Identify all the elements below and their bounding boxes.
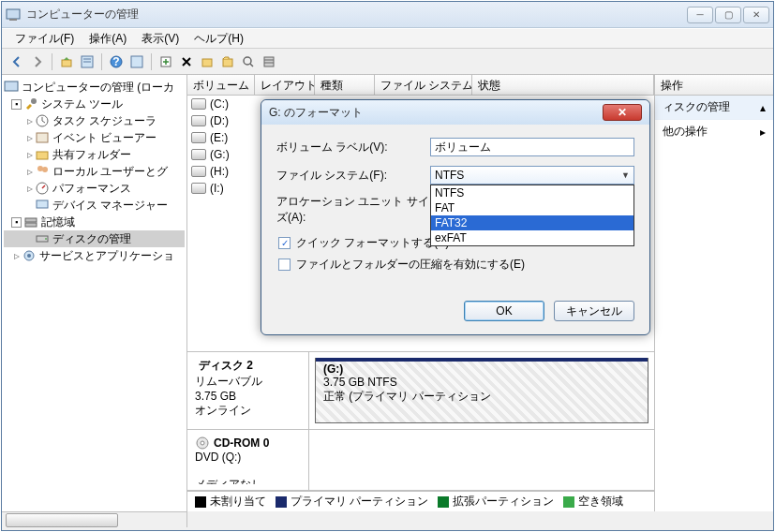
list-icon[interactable]	[260, 52, 278, 71]
drive-icon	[191, 132, 206, 143]
back-icon[interactable]	[7, 52, 26, 71]
part-size: 3.75 GB NTFS	[323, 376, 640, 389]
delete-icon[interactable]	[177, 52, 196, 71]
compress-row[interactable]: ファイルとフォルダーの圧縮を有効にする(E)	[278, 257, 634, 273]
users-icon	[35, 164, 50, 179]
titlebar: コンピューターの管理 ─ ▢ ✕	[2, 2, 773, 28]
col-layout[interactable]: レイアウト	[255, 75, 315, 95]
collapse-icon[interactable]: ▪	[11, 217, 22, 228]
properties-icon[interactable]	[78, 52, 97, 71]
filesystem-combo[interactable]: NTFS ▼	[430, 166, 634, 185]
compress-checkbox[interactable]	[278, 259, 291, 271]
col-filesystem[interactable]: ファイル システム	[375, 75, 472, 95]
tree-performance[interactable]: ▹ パフォーマンス	[4, 180, 185, 197]
fs-option-fat[interactable]: FAT	[431, 200, 633, 215]
tree-label: タスク スケジューラ	[52, 113, 156, 129]
close-button[interactable]: ✕	[743, 7, 769, 23]
collapse-icon[interactable]: ▪	[11, 99, 22, 110]
tree-shared-folders[interactable]: ▹ 共有フォルダー	[4, 146, 185, 163]
actions-more[interactable]: 他の操作 ▸	[655, 120, 773, 143]
legend-unallocated: 未割り当て	[210, 495, 266, 508]
filesystem-value: NTFS	[435, 169, 464, 182]
svg-rect-26	[25, 218, 37, 222]
disk-info[interactable]: ディスク 2 リムーバブル 3.75 GB オンライン	[187, 352, 309, 429]
svg-rect-14	[264, 57, 274, 66]
folder-icon[interactable]	[198, 52, 216, 71]
vol-label: (G:)	[210, 148, 230, 161]
drive-icon	[191, 115, 206, 126]
volume-label-input[interactable]	[430, 138, 634, 156]
compress-label: ファイルとフォルダーの圧縮を有効にする(E)	[296, 257, 525, 273]
dropdown-arrow-icon: ▼	[621, 170, 630, 180]
refresh-icon[interactable]	[127, 52, 146, 71]
legend-ext: 拡張パーティション	[453, 495, 554, 508]
event-icon	[35, 130, 50, 145]
menu-file[interactable]: ファイル(F)	[7, 28, 82, 50]
window-controls: ─ ▢ ✕	[687, 7, 769, 23]
search-icon[interactable]	[239, 52, 258, 71]
tree-device-manager[interactable]: デバイス マネージャー	[4, 197, 185, 214]
filesystem-dropdown: NTFS FAT FAT32 exFAT	[430, 185, 634, 246]
cancel-button[interactable]: キャンセル	[554, 301, 634, 321]
help-icon[interactable]: ?	[107, 52, 126, 71]
drive-icon	[191, 149, 206, 160]
legend: 未割り当て プライマリ パーティション 拡張パーティション 空き領域	[187, 491, 654, 511]
quick-format-label: クイック フォーマットする(P)	[296, 235, 449, 251]
forward-icon[interactable]	[28, 52, 47, 71]
fs-option-fat32[interactable]: FAT32	[431, 215, 633, 230]
dialog-close-button[interactable]: ✕	[603, 104, 642, 121]
clock-icon	[35, 113, 50, 128]
tree-local-users[interactable]: ▹ ローカル ユーザーとグ	[4, 163, 185, 180]
menu-view[interactable]: 表示(V)	[134, 28, 186, 50]
partition-box[interactable]: (G:) 3.75 GB NTFS 正常 (プライマリ パーティション	[315, 358, 648, 423]
menu-action[interactable]: 操作(A)	[82, 28, 134, 50]
vol-label: (H:)	[210, 165, 229, 178]
fs-option-exfat[interactable]: exFAT	[431, 230, 633, 245]
tree-root[interactable]: コンピューターの管理 (ローカ	[4, 79, 185, 96]
disk-block: CD-ROM 0 DVD (Q:) メディアなし	[187, 430, 654, 491]
action-icon[interactable]	[156, 52, 175, 71]
minimize-button[interactable]: ─	[687, 7, 713, 23]
tree-label: デバイス マネージャー	[52, 198, 168, 214]
dialog-buttons: OK キャンセル	[261, 291, 649, 334]
disk-info[interactable]: CD-ROM 0 DVD (Q:) メディアなし	[187, 430, 309, 490]
quick-format-checkbox[interactable]: ✓	[278, 237, 291, 249]
tree-disk-management[interactable]: ディスクの管理	[4, 230, 185, 247]
volume-list-header: ボリューム レイアウト 種類 ファイル システム 状態	[187, 75, 654, 96]
actions-section[interactable]: ィスクの管理 ▴	[655, 96, 773, 120]
tree-event-viewer[interactable]: ▹ イベント ビューアー	[4, 129, 185, 146]
tree-system-tools[interactable]: ▪ システム ツール	[4, 96, 185, 112]
col-status[interactable]: 状態	[472, 75, 654, 95]
drive-icon	[191, 183, 206, 194]
vol-label: (D:)	[210, 114, 229, 127]
tree-storage[interactable]: ▪ 記憶域	[4, 214, 185, 230]
up-icon[interactable]	[57, 52, 76, 71]
chevron-right-icon: ▸	[760, 126, 766, 139]
menu-help[interactable]: ヘルプ(H)	[186, 28, 251, 50]
fs-option-ntfs[interactable]: NTFS	[431, 185, 633, 200]
cdrom-title: CD-ROM 0	[214, 436, 269, 450]
svg-point-22	[37, 166, 43, 171]
legend-swatch	[563, 496, 574, 508]
tree-scrollbar[interactable]	[2, 511, 187, 527]
collapse-icon: ▴	[760, 101, 766, 114]
shared-folder-icon	[35, 147, 50, 162]
ok-button[interactable]: OK	[464, 301, 544, 321]
scroll-thumb[interactable]	[6, 513, 118, 527]
disk-title: ディスク 2	[199, 358, 253, 374]
tree-task-scheduler[interactable]: ▹ タスク スケジューラ	[4, 112, 185, 129]
separator	[151, 53, 152, 70]
svg-rect-27	[25, 223, 37, 227]
open-folder-icon[interactable]	[218, 52, 237, 71]
app-icon	[6, 7, 21, 22]
svg-rect-1	[9, 19, 17, 21]
tools-icon	[23, 96, 38, 111]
partition-area	[309, 430, 654, 490]
legend-primary: プライマリ パーティション	[291, 495, 428, 508]
cdrom-icon	[195, 436, 210, 451]
tree-services[interactable]: ▹ サービスとアプリケーショ	[4, 247, 185, 264]
dialog-title: G: のフォーマット	[269, 105, 603, 121]
col-type[interactable]: 種類	[315, 75, 375, 95]
maximize-button[interactable]: ▢	[715, 7, 741, 23]
col-volume[interactable]: ボリューム	[187, 75, 255, 95]
